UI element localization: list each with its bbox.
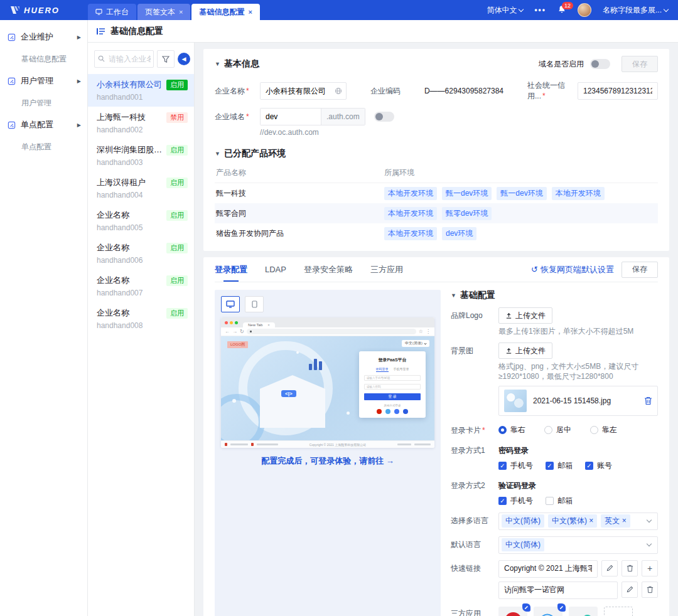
toggle-knob bbox=[591, 60, 599, 68]
domain-switch[interactable] bbox=[374, 112, 394, 122]
company-code-field: 企业编码 D——62943095827384 bbox=[370, 86, 503, 97]
env-tag[interactable]: 甄零dev环境 bbox=[442, 207, 492, 220]
sidenav-group-sso[interactable]: 单点配置 ▶ bbox=[0, 113, 87, 137]
mobile-preview-button[interactable] bbox=[245, 296, 264, 312]
experience-login-link[interactable]: 配置完成后，可登录体验，请前往 → bbox=[221, 455, 434, 467]
env-tag[interactable]: dev环境 bbox=[442, 227, 476, 240]
company-list-item[interactable]: 企业名称启用 handhand008 bbox=[88, 302, 194, 335]
company-list-item[interactable]: 企业名称启用 handhand006 bbox=[88, 237, 194, 270]
language-selector[interactable]: 简体中文 bbox=[487, 5, 523, 16]
basic-info-card: ▼基本信息 域名是否启用 保存 企业名称* bbox=[203, 49, 669, 251]
user-avatar[interactable] bbox=[578, 3, 591, 17]
collapse-panel-button[interactable]: ◀ bbox=[178, 53, 190, 65]
app-tile-wecom[interactable] bbox=[534, 607, 562, 616]
env-tag[interactable]: 本地开发环境 bbox=[384, 227, 437, 240]
company-list-item[interactable]: 上海汉得租户启用 handhand004 bbox=[88, 172, 194, 204]
edit-quicklink-button[interactable] bbox=[601, 560, 618, 576]
close-icon[interactable]: × bbox=[248, 8, 252, 16]
delete-quicklink-button[interactable] bbox=[642, 581, 658, 598]
chevron-down-icon bbox=[647, 518, 652, 523]
domain-enable-label: 域名是否启用 bbox=[539, 59, 584, 70]
radio-align-center[interactable]: 居中 bbox=[544, 425, 571, 435]
sidenav-group-enterprise[interactable]: 企业维护 ▶ bbox=[0, 25, 87, 49]
lang-tag-closable[interactable]: 英文 × bbox=[601, 514, 630, 528]
kebab-icon: ⋮ bbox=[426, 329, 431, 334]
tab-page-text[interactable]: 页签文本 × bbox=[137, 4, 190, 20]
login-page-preview: <|> LOGO图 中文(简体) 登录PaaS平台 bbox=[221, 336, 434, 440]
company-code: handhand007 bbox=[97, 289, 188, 297]
edit-quicklink-button[interactable] bbox=[622, 581, 638, 598]
table-row: 猪齿鱼开发协同产品 本地开发环境 dev环境 bbox=[215, 223, 658, 243]
upload-logo-button[interactable]: 上传文件 bbox=[498, 307, 552, 324]
sidenav-item-user-mgmt[interactable]: 用户管理 bbox=[0, 93, 87, 113]
preview-login-button: 登 录 bbox=[364, 393, 421, 400]
tab-ldap[interactable]: LDAP bbox=[265, 257, 286, 282]
trash-icon[interactable] bbox=[644, 396, 652, 405]
credit-code-input[interactable] bbox=[578, 82, 658, 100]
user-menu[interactable]: 名称字段最多展... bbox=[603, 5, 668, 16]
upload-background-button[interactable]: 上传文件 bbox=[498, 343, 552, 359]
basic-info-save-button[interactable]: 保存 bbox=[622, 56, 658, 72]
filter-button[interactable] bbox=[157, 50, 175, 68]
company-list-item[interactable]: 企业名称启用 handhand005 bbox=[88, 204, 194, 237]
checkbox-email[interactable]: 邮箱 bbox=[546, 496, 573, 506]
radio-align-right[interactable]: 靠右 bbox=[498, 425, 525, 435]
base-config-section-header[interactable]: ▼基础配置 bbox=[451, 290, 658, 301]
tab-workbench[interactable]: 工作台 bbox=[88, 4, 136, 20]
login-preview-pane: New Tab× ←→↻ ☆⋮ bbox=[215, 290, 441, 616]
close-icon[interactable]: × bbox=[179, 8, 183, 16]
domain-input[interactable] bbox=[261, 109, 321, 125]
more-menu[interactable]: ••• bbox=[534, 6, 546, 14]
app-tile-gitee[interactable]: G bbox=[498, 607, 527, 616]
multilang-select[interactable]: 中文(简体) 中文(繁体) × 英文 × bbox=[498, 512, 658, 530]
env-tag[interactable]: 本地开发环境 bbox=[384, 207, 437, 220]
monitor-icon bbox=[226, 300, 235, 308]
company-list-item[interactable]: 企业名称启用 handhand007 bbox=[88, 270, 194, 302]
quicklink-input[interactable] bbox=[498, 581, 618, 599]
env-tag[interactable]: 甄一dev环境 bbox=[442, 187, 492, 200]
method1-type: 密码登录 bbox=[498, 442, 658, 456]
domain-enable-toggle[interactable] bbox=[590, 59, 610, 69]
company-name-input[interactable] bbox=[261, 83, 335, 99]
app-tile-dingtalk[interactable] bbox=[569, 607, 598, 616]
company-list-item[interactable]: 小余科技有限公司启用 handhand001 bbox=[88, 74, 194, 107]
edit-badge-icon[interactable] bbox=[522, 603, 530, 612]
add-quicklink-button[interactable]: + bbox=[642, 560, 658, 576]
required-asterisk: * bbox=[482, 426, 485, 435]
section-title: 基础配置 bbox=[460, 290, 495, 301]
company-list-item[interactable]: 深圳华润集团股份有...启用 handhand003 bbox=[88, 139, 194, 172]
tab-login-security[interactable]: 登录安全策略 bbox=[304, 257, 353, 282]
add-app-button[interactable]: + bbox=[604, 607, 633, 616]
basic-info-section-header[interactable]: ▼基本信息 bbox=[215, 58, 259, 70]
notification-bell[interactable]: 12 bbox=[557, 5, 566, 16]
sidenav-group-users[interactable]: 用户管理 ▶ bbox=[0, 69, 87, 93]
sso-icon bbox=[8, 121, 16, 129]
company-list-item[interactable]: 上海甄一科技禁用 handhand002 bbox=[88, 107, 194, 139]
checkbox-phone[interactable]: ✓手机号 bbox=[498, 460, 533, 471]
desktop-preview-button[interactable] bbox=[221, 296, 240, 312]
tab-thirdparty[interactable]: 三方应用 bbox=[370, 257, 403, 282]
browser-tab: New Tab× bbox=[243, 322, 275, 327]
checkbox-phone[interactable]: ✓手机号 bbox=[498, 496, 533, 506]
checkbox-email[interactable]: ✓邮箱 bbox=[546, 460, 573, 471]
env-tag[interactable]: 甄一dev环境 bbox=[497, 187, 546, 200]
env-tag[interactable]: 本地开发环境 bbox=[552, 187, 605, 200]
env-tag[interactable]: 本地开发环境 bbox=[384, 187, 437, 200]
delete-quicklink-button[interactable] bbox=[622, 560, 638, 576]
default-lang-select[interactable]: 中文(简体) bbox=[498, 536, 658, 554]
checkbox-account[interactable]: ✓账号 bbox=[585, 460, 612, 471]
lang-tag-closable[interactable]: 中文(繁体) × bbox=[548, 514, 597, 528]
radio-align-left[interactable]: 靠左 bbox=[590, 425, 617, 435]
tab-basic-info-config[interactable]: 基础信息配置 × bbox=[191, 4, 259, 20]
tab-login-config[interactable]: 登录配置 bbox=[215, 257, 247, 282]
quicklink-input[interactable] bbox=[498, 560, 598, 578]
login-config-save-button[interactable]: 保存 bbox=[622, 262, 658, 278]
product-env-section-header[interactable]: ▼已分配产品环境 bbox=[215, 148, 658, 159]
sidenav-item-basic-info[interactable]: 基础信息配置 bbox=[0, 49, 87, 69]
thirdparty-label: 三方应用 bbox=[451, 605, 498, 616]
sidenav-item-sso[interactable]: 单点配置 bbox=[0, 137, 87, 157]
restore-default-link[interactable]: ↺恢复网页端默认设置 bbox=[531, 264, 614, 275]
edit-badge-icon[interactable] bbox=[557, 603, 566, 612]
collapse-triangle-icon: ▼ bbox=[215, 151, 220, 157]
field-label: 企业域名* bbox=[215, 112, 260, 122]
